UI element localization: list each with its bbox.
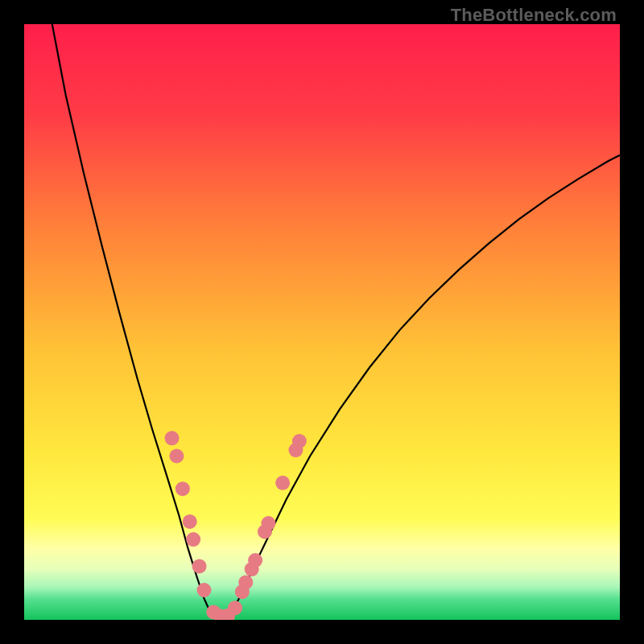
data-marker (196, 583, 211, 597)
gradient-background (24, 24, 620, 620)
data-marker (165, 431, 180, 445)
data-marker (228, 601, 242, 615)
data-marker (261, 516, 275, 530)
data-marker (186, 532, 200, 547)
data-marker (238, 575, 253, 589)
data-marker (169, 449, 184, 464)
data-marker (175, 481, 190, 496)
data-marker (248, 553, 262, 568)
data-marker (292, 434, 307, 448)
data-marker (183, 514, 197, 529)
data-marker (275, 476, 290, 490)
data-marker (192, 559, 207, 573)
plot-area (24, 24, 620, 620)
chart-frame: TheBottleneck.com (0, 0, 644, 644)
bottleneck-chart (24, 24, 620, 620)
watermark-text: TheBottleneck.com (451, 5, 617, 26)
